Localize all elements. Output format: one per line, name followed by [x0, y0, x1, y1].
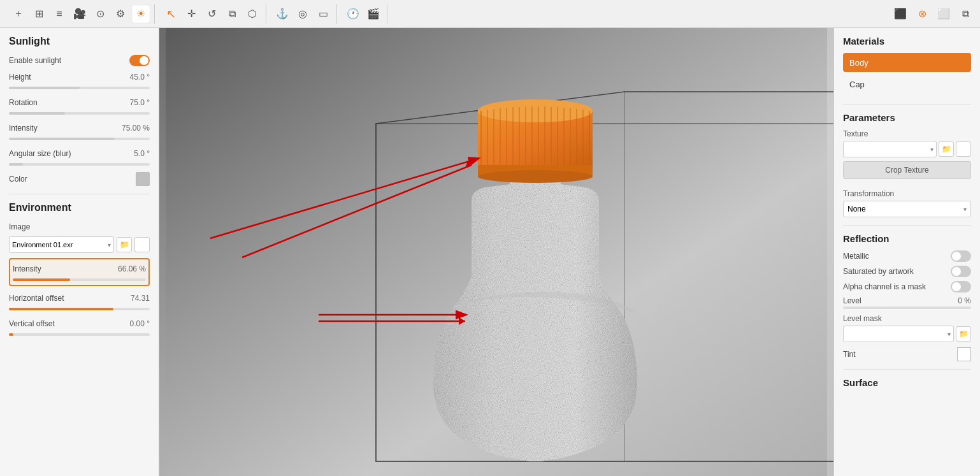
- right-divider-1: [843, 104, 971, 105]
- panel-icon[interactable]: ⬜: [934, 4, 953, 24]
- transformation-chevron: [963, 205, 967, 213]
- right-panel: Materials Body Cap Parameters Texture 📁 …: [833, 28, 980, 476]
- sunlight-title: Sunlight: [9, 36, 150, 47]
- material-body-btn[interactable]: Body: [843, 53, 971, 72]
- intensity-highlight-box: Intensity 66.06 %: [9, 258, 150, 286]
- scale-icon[interactable]: ⧉: [222, 4, 241, 24]
- right-tool-group: ⬛ ⊗ ⬜ ⧉: [891, 4, 975, 24]
- left-tool-group: ＋ ⊞ ≡ 🎥 ⊙ ⚙ ☀: [5, 4, 155, 24]
- level-mask-row: 📁: [843, 326, 971, 342]
- layout-icon[interactable]: ⧉: [956, 4, 975, 24]
- saturated-toggle[interactable]: [951, 266, 971, 277]
- image-label: Image: [9, 222, 30, 231]
- transformation-label: Transformation: [843, 189, 971, 198]
- environment-title: Environment: [9, 202, 150, 213]
- image-folder-btn[interactable]: 📁: [117, 237, 132, 252]
- vertical-row: Vertical offset 0.00 °: [9, 317, 150, 331]
- color-row: Color: [9, 172, 150, 186]
- add-icon[interactable]: ＋: [9, 4, 28, 24]
- materials-title: Materials: [843, 36, 971, 47]
- color-swatch[interactable]: [136, 172, 150, 186]
- sphere-icon[interactable]: ⊗: [912, 4, 932, 24]
- rotate-icon[interactable]: ↺: [202, 4, 221, 24]
- color-label: Color: [9, 175, 27, 184]
- saturated-label: Saturated by artwork: [843, 267, 914, 276]
- rect-object-icon[interactable]: ▭: [313, 4, 333, 24]
- height-row: Height 45.0 °: [9, 70, 150, 84]
- crop-texture-btn[interactable]: Crop Texture: [843, 161, 971, 179]
- settings-icon[interactable]: ⚙: [111, 4, 130, 24]
- transformation-dropdown[interactable]: None: [843, 201, 971, 217]
- enable-sunlight-toggle[interactable]: [129, 55, 150, 66]
- texture-param-label: Texture: [843, 129, 971, 138]
- surface-title: Surface: [843, 377, 971, 388]
- alpha-toggle[interactable]: [951, 281, 971, 292]
- right-divider-3: [843, 369, 971, 370]
- material-cap-btn[interactable]: Cap: [843, 75, 971, 94]
- parameters-title: Parameters: [843, 112, 971, 123]
- level-value: 0 %: [958, 296, 971, 305]
- alpha-label: Alpha channel is a mask: [843, 282, 926, 291]
- top-toolbar: ＋ ⊞ ≡ 🎥 ⊙ ⚙ ☀ ↖ ✛ ↺ ⧉ ⬡ ⚓ ◎ ▭ 🕐 🎬 ⬛ ⊗ ⬜ …: [0, 0, 980, 28]
- transform-tool-group: ↖ ✛ ↺ ⧉ ⬡: [157, 4, 266, 24]
- tint-row: Tint: [843, 347, 971, 361]
- rotation-value: 75.0 °: [130, 98, 150, 107]
- object-tool-group: ⚓ ◎ ▭: [269, 4, 337, 24]
- level-row: Level 0 %: [843, 296, 971, 305]
- anim-tool-group: 🕐 🎬: [340, 4, 387, 24]
- sunlight-intensity-value: 75.00 %: [122, 124, 150, 133]
- select-icon[interactable]: ↖: [161, 4, 180, 24]
- menu-icon[interactable]: ≡: [50, 4, 69, 24]
- image-white-swatch[interactable]: [134, 237, 150, 252]
- sunlight-intensity-slider[interactable]: [9, 138, 150, 140]
- transformation-value: None: [847, 205, 866, 213]
- camera-icon[interactable]: 🎥: [70, 4, 89, 24]
- horizontal-slider[interactable]: [9, 308, 150, 310]
- height-slider[interactable]: [9, 87, 150, 89]
- image-select-dropdown[interactable]: Environment 01.exr: [9, 236, 114, 253]
- move-icon[interactable]: ✛: [182, 4, 201, 24]
- level-mask-dropdown[interactable]: [843, 326, 954, 342]
- alpha-row: Alpha channel is a mask: [843, 281, 971, 292]
- nodes-icon[interactable]: ⬡: [243, 4, 262, 24]
- horizontal-label: Horizontal offset: [9, 294, 64, 303]
- rotation-row: Rotation 75.0 °: [9, 96, 150, 110]
- env-intensity-slider[interactable]: [13, 278, 146, 281]
- film-icon[interactable]: 🎬: [364, 4, 383, 24]
- image-label-row: Image: [9, 220, 150, 234]
- canvas-background: [159, 28, 833, 476]
- tint-swatch[interactable]: [957, 347, 971, 361]
- section-divider-1: [9, 194, 150, 194]
- image-select-chevron: [108, 241, 111, 249]
- level-slider[interactable]: [843, 307, 971, 309]
- target-icon[interactable]: ⊙: [90, 4, 110, 24]
- level-mask-chevron: [948, 330, 951, 338]
- env-intensity-value: 66.06 %: [118, 264, 146, 273]
- height-value: 45.0 °: [130, 73, 150, 82]
- vertical-label: Vertical offset: [9, 319, 55, 328]
- cube-icon[interactable]: ⬛: [891, 4, 910, 24]
- rotation-slider[interactable]: [9, 112, 150, 115]
- clock-icon[interactable]: 🕐: [343, 4, 363, 24]
- horizontal-row: Horizontal offset 74.31: [9, 291, 150, 305]
- anchor-icon[interactable]: ⚓: [273, 4, 292, 24]
- texture-folder-btn[interactable]: 📁: [939, 141, 954, 157]
- circle-object-icon[interactable]: ◎: [293, 4, 312, 24]
- sun-icon[interactable]: ☀: [131, 4, 150, 24]
- svg-point-28: [478, 170, 593, 183]
- image-select-value: Environment 01.exr: [12, 241, 73, 249]
- env-intensity-row: Intensity 66.06 %: [13, 262, 146, 276]
- enable-sunlight-row: Enable sunlight: [9, 54, 150, 68]
- left-panel: Sunlight Enable sunlight Height 45.0 ° R…: [0, 28, 159, 476]
- canvas-area[interactable]: [159, 28, 833, 476]
- texture-dropdown[interactable]: [843, 141, 937, 157]
- metallic-toggle[interactable]: [951, 250, 971, 262]
- level-mask-folder-btn[interactable]: 📁: [956, 326, 971, 342]
- angular-row: Angular size (blur) 5.0 °: [9, 147, 150, 161]
- texture-white-swatch[interactable]: [956, 141, 971, 157]
- angular-label: Angular size (blur): [9, 149, 71, 158]
- tint-label: Tint: [843, 350, 856, 359]
- grid-icon[interactable]: ⊞: [29, 4, 48, 24]
- angular-slider[interactable]: [9, 163, 150, 166]
- vertical-slider[interactable]: [9, 333, 150, 336]
